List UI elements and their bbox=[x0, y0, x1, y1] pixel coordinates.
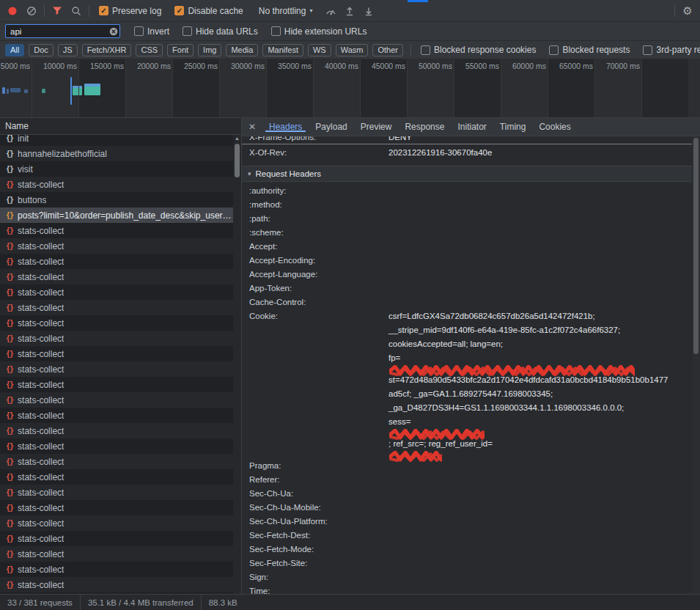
header-value[interactable] bbox=[388, 212, 692, 226]
type-chip-media[interactable]: Media bbox=[226, 44, 258, 56]
header-name[interactable]: Accept-Encoding: bbox=[249, 254, 388, 268]
disable-cache-checkbox[interactable]: ✓ Disable cache bbox=[174, 6, 243, 16]
tab-headers[interactable]: Headers bbox=[262, 122, 309, 132]
request-row[interactable]: {}stats-collect bbox=[0, 300, 241, 315]
type-chip-ws[interactable]: WS bbox=[308, 44, 331, 56]
throttling-select[interactable]: No throttling ▾ bbox=[259, 6, 313, 16]
type-chip-manifest[interactable]: Manifest bbox=[262, 44, 303, 56]
header-value[interactable] bbox=[388, 473, 692, 487]
header-name[interactable]: Sec-Ch-Ua: bbox=[249, 487, 388, 501]
blocked-requests-checkbox[interactable]: Blocked requests bbox=[549, 45, 630, 55]
header-name[interactable]: App-Token: bbox=[249, 282, 388, 295]
header-value[interactable] bbox=[388, 295, 692, 309]
request-row[interactable]: {}stats-collect bbox=[0, 269, 241, 284]
preserve-log-checkbox[interactable]: ✓ Preserve log bbox=[99, 6, 161, 16]
clear-filter-button[interactable] bbox=[109, 27, 118, 36]
request-row[interactable]: {}stats-collect bbox=[0, 454, 241, 469]
request-row[interactable]: {}stats-collect bbox=[0, 361, 241, 377]
header-name[interactable]: Cache-Control: bbox=[249, 295, 388, 309]
header-name[interactable]: :path: bbox=[249, 212, 388, 226]
header-value[interactable] bbox=[388, 487, 692, 501]
request-row[interactable]: {}stats-collect bbox=[0, 469, 241, 485]
request-row[interactable]: {}hannahelizabethofficial bbox=[0, 146, 241, 161]
type-chip-other[interactable]: Other bbox=[372, 44, 403, 56]
header-name[interactable]: Time: bbox=[249, 584, 388, 594]
request-row[interactable]: {}stats-collect bbox=[0, 177, 241, 192]
request-row[interactable]: {}stats-collect bbox=[0, 392, 241, 408]
tab-preview[interactable]: Preview bbox=[354, 122, 399, 132]
scrollbar-thumb[interactable] bbox=[235, 144, 240, 177]
hide-extension-urls-checkbox[interactable]: Hide extension URLs bbox=[271, 26, 367, 37]
header-name[interactable]: Sign: bbox=[249, 570, 388, 584]
header-value[interactable] bbox=[388, 584, 692, 594]
type-chip-css[interactable]: CSS bbox=[136, 44, 163, 56]
type-chip-font[interactable]: Font bbox=[167, 44, 194, 56]
request-headers-section-toggle[interactable]: ▾ Request Headers bbox=[242, 166, 692, 182]
search-button[interactable] bbox=[67, 2, 86, 20]
request-row[interactable]: {}stats-collect bbox=[0, 562, 241, 577]
tab-cookies[interactable]: Cookies bbox=[532, 122, 577, 132]
header-value[interactable] bbox=[388, 254, 692, 268]
request-row[interactable]: {}stats-collect bbox=[0, 546, 241, 562]
network-conditions-button[interactable] bbox=[321, 2, 340, 20]
name-column-header[interactable]: Name bbox=[0, 118, 241, 135]
header-value[interactable] bbox=[388, 529, 692, 543]
filter-button[interactable] bbox=[48, 2, 67, 20]
header-name[interactable]: Sec-Ch-Ua-Platform: bbox=[249, 515, 388, 529]
header-value[interactable] bbox=[388, 459, 692, 473]
header-value[interactable] bbox=[388, 240, 692, 254]
type-chip-img[interactable]: Img bbox=[198, 44, 221, 56]
header-name[interactable]: Sec-Fetch-Dest: bbox=[249, 529, 388, 543]
close-details-button[interactable]: ✕ bbox=[242, 118, 262, 136]
hide-data-urls-checkbox[interactable]: Hide data URLs bbox=[183, 26, 258, 37]
header-name[interactable]: :authority: bbox=[249, 184, 388, 198]
tab-payload[interactable]: Payload bbox=[309, 122, 353, 132]
request-list-scrollbar[interactable]: ▲ bbox=[233, 135, 241, 594]
filter-input[interactable] bbox=[5, 24, 120, 38]
blocked-response-cookies-checkbox[interactable]: Blocked response cookies bbox=[421, 45, 536, 55]
request-row[interactable]: {}stats-collect bbox=[0, 577, 241, 592]
header-name[interactable]: Cookie: bbox=[249, 309, 388, 459]
request-row[interactable]: {}stats-collect bbox=[0, 408, 241, 423]
header-value[interactable] bbox=[388, 543, 692, 556]
request-row[interactable]: {}stats-collect bbox=[0, 254, 241, 269]
export-har-button[interactable] bbox=[359, 2, 378, 20]
request-row[interactable]: {}posts?limit=10&order=publish_date_desc… bbox=[0, 207, 241, 223]
header-name[interactable]: :scheme: bbox=[249, 226, 388, 240]
header-value[interactable] bbox=[388, 226, 692, 240]
request-row[interactable]: {}stats-collect bbox=[0, 515, 241, 531]
header-value[interactable] bbox=[388, 556, 692, 570]
header-name[interactable]: Sec-Fetch-Mode: bbox=[249, 543, 388, 556]
request-row[interactable]: {}stats-collect bbox=[0, 346, 241, 361]
request-row[interactable]: {}stats-collect bbox=[0, 423, 241, 438]
header-name[interactable]: Accept: bbox=[249, 240, 388, 254]
header-value[interactable] bbox=[388, 282, 692, 295]
request-row[interactable]: {}stats-collect bbox=[0, 284, 241, 300]
request-row[interactable]: {}stats-collect bbox=[0, 531, 241, 546]
type-chip-all[interactable]: All bbox=[5, 44, 24, 56]
request-row[interactable]: {}visit bbox=[0, 161, 241, 177]
invert-checkbox[interactable]: Invert bbox=[134, 26, 169, 37]
tab-initiator[interactable]: Initiator bbox=[451, 122, 493, 132]
header-name[interactable]: Accept-Language: bbox=[249, 268, 388, 282]
type-chip-wasm[interactable]: Wasm bbox=[336, 44, 369, 56]
header-value[interactable] bbox=[388, 501, 692, 515]
details-scrollbar[interactable] bbox=[692, 136, 700, 594]
request-row[interactable]: {}stats-collect bbox=[0, 315, 241, 331]
header-name[interactable]: :method: bbox=[249, 198, 388, 212]
request-row[interactable]: {}buttons bbox=[0, 192, 241, 207]
import-har-button[interactable] bbox=[340, 2, 359, 20]
request-row[interactable]: {}stats-collect bbox=[0, 331, 241, 346]
scrollbar-up-icon[interactable]: ▲ bbox=[233, 136, 241, 141]
record-button[interactable] bbox=[3, 2, 22, 20]
request-row[interactable]: {}stats-collect bbox=[0, 223, 241, 238]
tab-timing[interactable]: Timing bbox=[493, 122, 533, 132]
request-row[interactable]: {}stats-collect bbox=[0, 438, 241, 454]
request-row[interactable]: {}stats-collect bbox=[0, 377, 241, 392]
type-chip-doc[interactable]: Doc bbox=[29, 44, 54, 56]
type-chip-fetch-xhr[interactable]: Fetch/XHR bbox=[82, 44, 132, 56]
type-chip-js[interactable]: JS bbox=[58, 44, 78, 56]
tab-response[interactable]: Response bbox=[398, 122, 451, 132]
request-row[interactable]: {}stats-collect bbox=[0, 485, 241, 500]
clear-button[interactable] bbox=[22, 2, 41, 20]
